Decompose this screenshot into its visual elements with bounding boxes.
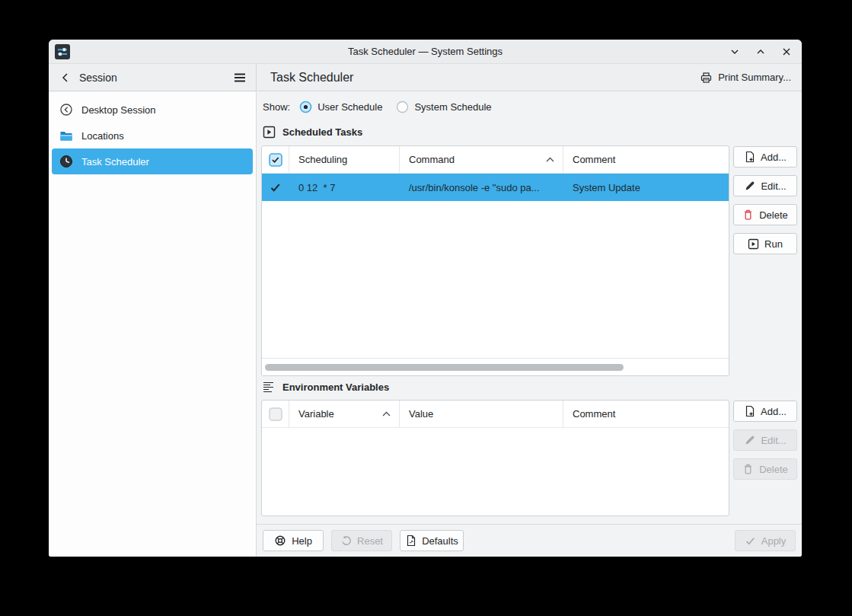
sidebar-item-locations[interactable]: Locations bbox=[52, 123, 253, 148]
env-select-all-checkbox[interactable] bbox=[262, 401, 289, 427]
sort-ascending-icon bbox=[381, 410, 391, 417]
printer-icon bbox=[700, 72, 713, 84]
session-circle-icon bbox=[59, 103, 73, 116]
show-label: Show: bbox=[263, 101, 290, 113]
hamburger-menu-icon[interactable] bbox=[233, 72, 247, 83]
clock-icon bbox=[59, 155, 73, 168]
env-edit-button[interactable]: Edit... bbox=[733, 429, 797, 451]
column-header-scheduling[interactable]: Scheduling bbox=[289, 146, 400, 173]
checkbox-checked-icon bbox=[269, 153, 282, 167]
pencil-icon bbox=[744, 435, 755, 446]
main-pane: Show: User Schedule System Schedule Sche… bbox=[257, 92, 802, 557]
undo-arrow-icon bbox=[340, 535, 352, 547]
document-new-icon bbox=[744, 151, 755, 163]
tasks-run-button[interactable]: Run bbox=[733, 233, 797, 254]
scrollbar-thumb[interactable] bbox=[265, 364, 624, 371]
main-header: Task Scheduler Print Summary... bbox=[257, 64, 802, 91]
scheduled-tasks-icon bbox=[263, 126, 276, 139]
task-scheduling-cell: 0 12 * 7 bbox=[289, 182, 400, 193]
reset-button[interactable]: Reset bbox=[331, 530, 392, 551]
trash-icon bbox=[742, 463, 754, 475]
task-command-cell: /usr/bin/konsole -e "sudo pa... bbox=[400, 182, 563, 193]
run-box-icon bbox=[748, 238, 759, 250]
close-button[interactable] bbox=[779, 44, 794, 59]
scheduled-tasks-table: Scheduling Command Comment 0 12 * 7 /usr… bbox=[261, 145, 729, 376]
radio-unselected-icon bbox=[396, 101, 409, 113]
tasks-add-button[interactable]: Add... bbox=[733, 146, 797, 168]
column-header-command[interactable]: Command bbox=[400, 146, 563, 173]
task-comment-cell: System Update bbox=[563, 182, 729, 193]
folder-icon bbox=[59, 129, 73, 142]
header-row: Session Task Scheduler Print Summary... bbox=[49, 64, 802, 91]
list-lines-icon bbox=[262, 380, 276, 394]
column-header-comment[interactable]: Comment bbox=[563, 146, 729, 173]
help-buoy-icon bbox=[274, 535, 286, 547]
window-title: Task Scheduler — System Settings bbox=[49, 46, 802, 57]
pencil-icon bbox=[744, 180, 755, 192]
tasks-edit-button[interactable]: Edit... bbox=[733, 175, 797, 196]
sidebar-item-task-scheduler[interactable]: Task Scheduler bbox=[52, 148, 253, 174]
defaults-button[interactable]: Defaults bbox=[400, 530, 464, 551]
column-header-env-comment[interactable]: Comment bbox=[563, 401, 729, 427]
help-button[interactable]: Help bbox=[263, 530, 324, 551]
maximize-button[interactable] bbox=[753, 44, 768, 59]
environment-variables-title: Environment Variables bbox=[282, 381, 389, 393]
footer-bar: Help Reset Defaults Apply bbox=[257, 524, 802, 557]
sidebar-header: Session bbox=[49, 64, 257, 91]
sidebar: Desktop Session Locations Task Scheduler bbox=[49, 92, 257, 557]
radio-selected-icon bbox=[299, 101, 312, 113]
page-title: Task Scheduler bbox=[270, 71, 700, 85]
sidebar-title: Session bbox=[79, 72, 233, 84]
radio-user-schedule[interactable]: User Schedule bbox=[299, 101, 382, 113]
row-checked-icon[interactable] bbox=[262, 182, 289, 193]
environment-variables-table: Variable Value Comment bbox=[261, 400, 729, 516]
document-new-icon bbox=[744, 405, 755, 417]
task-row[interactable]: 0 12 * 7 /usr/bin/konsole -e "sudo pa...… bbox=[262, 174, 729, 201]
checkmark-icon bbox=[745, 536, 756, 546]
env-delete-button[interactable]: Delete bbox=[733, 458, 797, 480]
horizontal-scrollbar[interactable] bbox=[262, 358, 729, 375]
titlebar: Task Scheduler — System Settings bbox=[49, 40, 802, 64]
print-summary-button[interactable]: Print Summary... bbox=[700, 72, 791, 84]
radio-system-schedule[interactable]: System Schedule bbox=[396, 101, 491, 113]
minimize-button[interactable] bbox=[727, 44, 742, 59]
sidebar-item-desktop-session[interactable]: Desktop Session bbox=[52, 97, 253, 123]
sort-ascending-icon bbox=[545, 156, 555, 163]
checkbox-unchecked-icon bbox=[269, 407, 282, 421]
tasks-delete-button[interactable]: Delete bbox=[733, 204, 797, 225]
column-header-variable[interactable]: Variable bbox=[289, 401, 400, 427]
apply-button[interactable]: Apply bbox=[735, 530, 796, 551]
system-settings-window: Task Scheduler — System Settings Session… bbox=[49, 40, 802, 557]
back-icon[interactable] bbox=[59, 72, 72, 84]
select-all-checkbox[interactable] bbox=[262, 146, 289, 173]
scheduled-tasks-title: Scheduled Tasks bbox=[282, 126, 362, 138]
trash-icon bbox=[742, 209, 754, 221]
document-revert-icon bbox=[405, 535, 416, 547]
env-add-button[interactable]: Add... bbox=[733, 401, 797, 422]
column-header-value[interactable]: Value bbox=[400, 401, 563, 427]
